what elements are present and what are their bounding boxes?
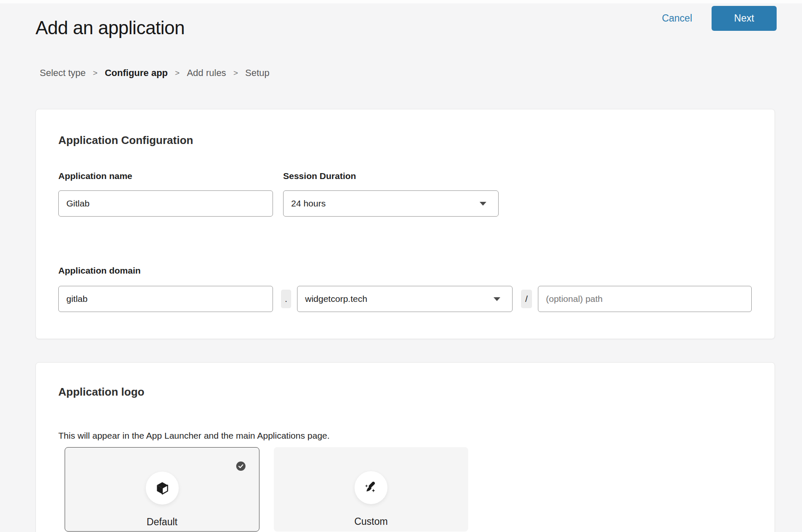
application-logo-card: Application logo This will appear in the… [35, 362, 775, 532]
paintbrush-icon [363, 480, 379, 496]
header-actions: Cancel Next [662, 5, 777, 31]
logo-option-label: Default [65, 516, 259, 528]
breadcrumb-separator: > [93, 68, 98, 78]
check-icon [236, 461, 246, 471]
domain-value: widgetcorp.tech [305, 294, 367, 304]
domain-select[interactable]: widgetcorp.tech [297, 286, 513, 312]
logo-option-custom[interactable]: Custom [274, 447, 468, 532]
application-name-input[interactable] [58, 190, 273, 217]
breadcrumb-step-configure-app[interactable]: Configure app [105, 68, 168, 79]
session-duration-select[interactable]: 24 hours [283, 190, 499, 217]
next-button[interactable]: Next [712, 6, 777, 31]
dot-separator: . [281, 290, 291, 308]
session-duration-label: Session Duration [283, 171, 356, 181]
cancel-button[interactable]: Cancel [662, 13, 692, 24]
cube-icon [155, 480, 170, 496]
breadcrumb-separator: > [233, 68, 238, 78]
path-input[interactable] [538, 286, 752, 312]
breadcrumb: Select type > Configure app > Add rules … [40, 68, 270, 79]
top-strip [0, 0, 802, 3]
slash-separator: / [521, 290, 532, 308]
application-name-label: Application name [58, 171, 132, 181]
application-configuration-heading: Application Configuration [58, 134, 193, 147]
application-logo-description: This will appear in the App Launcher and… [58, 431, 330, 441]
logo-option-label: Custom [274, 516, 468, 527]
default-logo-circle [146, 472, 179, 505]
subdomain-input[interactable] [58, 286, 273, 312]
breadcrumb-step-select-type[interactable]: Select type [40, 68, 86, 79]
application-logo-heading: Application logo [58, 385, 145, 399]
custom-logo-circle [355, 471, 387, 504]
application-configuration-card: Application Configuration Application na… [35, 109, 775, 339]
chevron-down-icon [480, 202, 486, 206]
application-domain-label: Application domain [58, 266, 141, 276]
chevron-down-icon [494, 297, 500, 301]
session-duration-value: 24 hours [291, 198, 326, 209]
breadcrumb-step-add-rules[interactable]: Add rules [187, 68, 226, 79]
breadcrumb-separator: > [175, 68, 180, 78]
page-title: Add an application [35, 17, 185, 38]
logo-option-default[interactable]: Default [65, 447, 259, 532]
breadcrumb-step-setup[interactable]: Setup [245, 68, 270, 79]
